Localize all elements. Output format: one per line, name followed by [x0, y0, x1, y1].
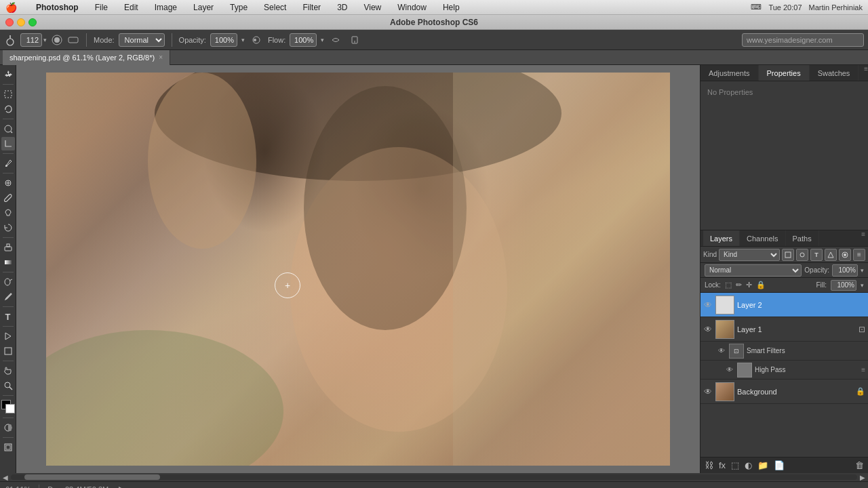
- brush-preset-icon[interactable]: [51, 34, 63, 46]
- apple-menu[interactable]: 🍎: [5, 2, 17, 13]
- smart-filters-visibility-toggle[interactable]: 👁: [717, 346, 726, 356]
- layer2-visibility-toggle[interactable]: 👁: [703, 300, 713, 310]
- opacity-input[interactable]: [210, 33, 237, 47]
- close-window-button[interactable]: [5, 18, 14, 26]
- screen-mode-tool[interactable]: [1, 441, 15, 454]
- high-pass-item[interactable]: 👁 High Pass ≡: [701, 361, 868, 380]
- brush-tool[interactable]: [1, 191, 15, 205]
- layer1-visibility-toggle[interactable]: 👁: [703, 325, 713, 334]
- menu-photoshop[interactable]: Photoshop: [33, 1, 81, 14]
- scroll-right-btn[interactable]: ▶: [860, 474, 865, 481]
- tab-close-button[interactable]: ×: [159, 54, 163, 61]
- horizontal-scrollbar[interactable]: ◀ ▶: [0, 473, 868, 481]
- brush-size-display[interactable]: ▾: [20, 33, 47, 47]
- scroll-track[interactable]: [11, 474, 857, 480]
- layer-item-layer1[interactable]: 👁 Layer 1 ⊡: [701, 317, 868, 342]
- menu-type[interactable]: Type: [227, 1, 250, 14]
- pen-tool[interactable]: [1, 290, 15, 304]
- text-tool[interactable]: T: [1, 310, 15, 323]
- document-tab[interactable]: sharpening.psd @ 61.1% (Layer 2, RGB/8*)…: [3, 50, 170, 65]
- canvas-area[interactable]: [16, 65, 700, 473]
- opacity-field[interactable]: [832, 264, 858, 277]
- tab-layers[interactable]: Layers: [703, 230, 740, 246]
- delete-layer-btn[interactable]: 🗑: [855, 460, 864, 470]
- menu-help[interactable]: Help: [440, 1, 462, 14]
- opacity-arrow[interactable]: ▾: [861, 267, 864, 274]
- eraser-tool[interactable]: [1, 241, 15, 254]
- lock-move-btn[interactable]: ✛: [746, 281, 752, 289]
- flow-input[interactable]: [290, 33, 317, 47]
- menu-layer[interactable]: Layer: [191, 1, 216, 14]
- foreground-background-colors[interactable]: [1, 400, 15, 413]
- brush-size-input[interactable]: [20, 33, 42, 47]
- hand-tool[interactable]: [1, 364, 15, 378]
- quick-select-tool[interactable]: [1, 122, 15, 136]
- layer-shape-filter[interactable]: [825, 249, 837, 261]
- menu-image[interactable]: Image: [152, 1, 180, 14]
- fill-field[interactable]: [831, 280, 856, 291]
- add-style-btn[interactable]: fx: [719, 460, 726, 470]
- flow-icon[interactable]: [328, 33, 343, 47]
- tab-swatches[interactable]: Swatches: [810, 65, 859, 81]
- background-visibility-toggle[interactable]: 👁: [703, 387, 713, 396]
- dodge-tool[interactable]: [1, 275, 15, 289]
- brush-toggle-icon[interactable]: [67, 34, 79, 46]
- high-pass-visibility-toggle[interactable]: 👁: [725, 365, 734, 375]
- lock-pixels-btn[interactable]: ⬚: [725, 281, 732, 289]
- add-link-btn[interactable]: ⛓: [705, 460, 713, 470]
- lock-all-btn[interactable]: 🔒: [756, 281, 766, 289]
- scroll-left-btn[interactable]: ◀: [3, 474, 8, 481]
- tab-channels[interactable]: Channels: [740, 230, 785, 246]
- layer-adjust-filter[interactable]: [796, 249, 808, 261]
- layer-options-btn[interactable]: ≡: [853, 249, 865, 261]
- new-group-btn[interactable]: 📁: [757, 460, 768, 470]
- new-layer-btn[interactable]: 📄: [774, 460, 785, 470]
- shape-tool[interactable]: [1, 344, 15, 358]
- menu-view[interactable]: View: [361, 1, 384, 14]
- maximize-window-button[interactable]: [28, 18, 37, 26]
- spot-heal-tool[interactable]: [1, 176, 15, 190]
- stamp-tool[interactable]: [1, 206, 15, 220]
- blend-mode-select[interactable]: Normal Multiply Screen: [705, 264, 802, 277]
- high-pass-options-icon[interactable]: ≡: [861, 366, 865, 373]
- airbrush-toggle[interactable]: [249, 33, 264, 47]
- minimize-window-button[interactable]: [17, 18, 25, 26]
- eyedropper-tool[interactable]: [1, 157, 15, 170]
- history-brush-tool[interactable]: [1, 221, 15, 235]
- path-select-tool[interactable]: [1, 329, 15, 343]
- tab-adjustments[interactable]: Adjustments: [701, 65, 759, 81]
- layer-smart-filter[interactable]: [839, 249, 851, 261]
- zoom-tool[interactable]: [1, 379, 15, 392]
- scroll-thumb[interactable]: [24, 474, 160, 480]
- flow-arrows[interactable]: ▾: [321, 37, 324, 43]
- lock-position-btn[interactable]: ✏: [736, 281, 742, 289]
- canvas[interactable]: [46, 73, 670, 466]
- tool-brush-icon[interactable]: [4, 34, 16, 46]
- new-adjustment-btn[interactable]: ◐: [745, 460, 752, 470]
- move-tool[interactable]: [1, 68, 15, 81]
- menu-window[interactable]: Window: [395, 1, 429, 14]
- menu-3d[interactable]: 3D: [334, 1, 350, 14]
- gradient-tool[interactable]: [1, 256, 15, 269]
- kind-select[interactable]: Kind: [719, 249, 780, 261]
- layer-type-filter[interactable]: T: [810, 249, 823, 261]
- add-mask-btn[interactable]: ⬚: [731, 460, 739, 470]
- layer-item-background[interactable]: 👁 Background 🔒: [701, 380, 868, 404]
- tablet-pressure-icon[interactable]: [347, 33, 362, 47]
- menu-filter[interactable]: Filter: [300, 1, 323, 14]
- smart-filters-item[interactable]: 👁 ⊡ Smart Filters: [701, 342, 868, 361]
- marquee-tool[interactable]: [1, 87, 15, 101]
- panel-menu-icon[interactable]: ≡: [864, 65, 868, 81]
- layers-panel-menu-icon[interactable]: ≡: [861, 230, 865, 246]
- lasso-tool[interactable]: [1, 102, 15, 116]
- crop-tool[interactable]: [1, 137, 15, 150]
- brush-size-arrows[interactable]: ▾: [43, 37, 47, 43]
- layer-pixel-filter[interactable]: [782, 249, 794, 261]
- fill-arrow[interactable]: ▾: [861, 282, 864, 289]
- tab-properties[interactable]: Properties: [759, 65, 810, 81]
- menu-select[interactable]: Select: [261, 1, 289, 14]
- layer-item-layer2[interactable]: 👁 Layer 2: [701, 293, 868, 317]
- doc-info-arrow[interactable]: ▶: [117, 485, 126, 489]
- quick-mask-tool[interactable]: [1, 421, 15, 434]
- mode-select[interactable]: Normal Multiply Screen: [119, 33, 165, 47]
